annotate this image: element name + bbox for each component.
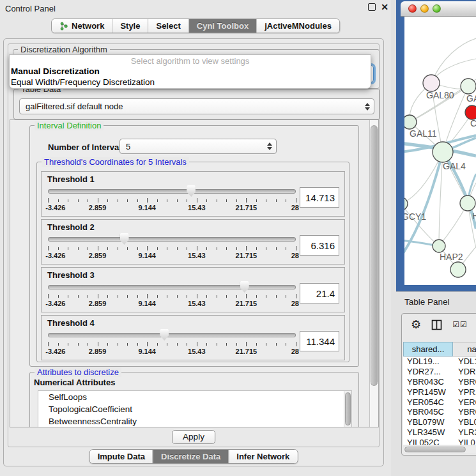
table-row[interactable]: YDR27...YDR2 xyxy=(403,367,476,377)
slider-thumb[interactable] xyxy=(120,233,129,245)
cell-shared-name[interactable]: YBR045C xyxy=(403,407,453,417)
tick-mark xyxy=(246,294,247,298)
tick-mark xyxy=(157,343,158,346)
slider-thumb[interactable] xyxy=(160,329,169,341)
apply-button[interactable]: Apply xyxy=(172,430,215,444)
cell-name[interactable]: YDL1 xyxy=(453,357,476,366)
numerical-attributes-list[interactable]: SelfLoopsTopologicalCoefficientBetweenne… xyxy=(38,390,352,427)
cell-shared-name[interactable]: YLR345W xyxy=(403,427,453,437)
cell-shared-name[interactable]: YDR27... xyxy=(403,367,453,376)
dropdown-option-equal-width[interactable]: Equal Width/Frequency Discretization xyxy=(10,77,371,88)
tab-select[interactable]: Select xyxy=(148,19,188,33)
table-row[interactable]: YBR043CYBR0 xyxy=(403,377,476,387)
cell-shared-name[interactable]: YBR043C xyxy=(403,377,453,387)
network-node[interactable] xyxy=(433,240,445,252)
column-header-name[interactable]: na xyxy=(453,342,476,357)
table-row[interactable]: YER054CYER0 xyxy=(403,397,476,407)
tick-mark xyxy=(187,343,187,346)
threshold-label: Threshold 2 xyxy=(47,222,339,233)
float-panel-icon[interactable] xyxy=(368,3,376,11)
cell-shared-name[interactable]: YIL052C xyxy=(403,438,453,445)
tab-discretize-data[interactable]: Discretize Data xyxy=(153,450,228,463)
tick-mark xyxy=(88,247,88,250)
dropdown-option-manual[interactable]: Manual Discretization xyxy=(10,66,371,77)
minimize-window-icon[interactable] xyxy=(420,4,429,13)
network-node[interactable] xyxy=(450,262,466,277)
tick-mark xyxy=(157,295,158,298)
threshold-value-field[interactable]: 6.316 xyxy=(300,235,339,256)
gear-icon[interactable]: ⚙ xyxy=(411,318,421,331)
threshold-value-field[interactable]: 14.713 xyxy=(300,187,339,208)
cell-shared-name[interactable]: YER054C xyxy=(403,397,453,407)
network-canvas[interactable]: GAL80GAGAL11CGAL4GCY1HHAP2 xyxy=(404,17,476,285)
slider-scale-labels: -3.4262.8599.14415.4321.71528 xyxy=(48,348,296,356)
columns-icon[interactable] xyxy=(431,319,442,330)
tick-mark xyxy=(296,294,296,298)
network-node[interactable] xyxy=(423,75,440,91)
close-icon[interactable]: ✕ xyxy=(381,3,388,12)
cell-name[interactable]: YER0 xyxy=(453,397,476,407)
slider-thumb[interactable] xyxy=(240,281,249,293)
slider-track[interactable] xyxy=(48,333,296,337)
column-header-shared-name[interactable]: shared... xyxy=(403,342,453,357)
tab-cyni-toolbox[interactable]: Cyni Toolbox xyxy=(188,19,256,33)
network-node[interactable] xyxy=(433,142,453,162)
table-data-combobox[interactable]: galFiltered.sif default node xyxy=(19,98,374,114)
cell-name[interactable]: YPR1 xyxy=(453,387,476,397)
cell-name[interactable]: YDR2 xyxy=(453,367,476,376)
slider-thumb[interactable] xyxy=(187,185,196,197)
threshold-slider[interactable]: -3.4262.8599.14415.4321.71528 xyxy=(47,328,297,359)
table-row[interactable]: YPR145WYPR1 xyxy=(403,387,476,397)
tick-mark xyxy=(187,247,187,250)
node-table[interactable]: shared... na YDL19...YDL1YDR27...YDR2YBR… xyxy=(403,342,476,445)
cell-name[interactable]: YBR0 xyxy=(453,407,476,417)
cell-shared-name[interactable]: YDL19... xyxy=(403,357,453,366)
table-horizontal-scrollbar[interactable] xyxy=(403,446,476,453)
tab-infer-network[interactable]: Infer Network xyxy=(228,450,297,463)
cell-name[interactable]: YIL0 xyxy=(453,438,475,445)
threshold-value-field[interactable]: 11.344 xyxy=(300,331,339,351)
table-row[interactable]: YBR045CYBR0 xyxy=(403,407,476,417)
tab-network[interactable]: Network xyxy=(52,19,112,33)
table-row[interactable]: YDL19...YDL1 xyxy=(403,357,476,367)
threshold-slider[interactable]: -3.4262.8599.14415.4321.71528 xyxy=(47,280,297,311)
table-row[interactable]: YBL079WYBL0 xyxy=(403,417,476,427)
number-of-intervals-combobox[interactable]: 5 xyxy=(119,139,277,154)
slider-track[interactable] xyxy=(48,189,296,194)
dropdown-placeholder-option[interactable]: Select algorithm to view settings xyxy=(10,55,371,66)
tab-impute-data[interactable]: Impute Data xyxy=(90,450,153,463)
attribute-list-item[interactable]: BetweennessCentrality xyxy=(38,415,351,427)
threshold-value-field[interactable]: 21.4 xyxy=(300,283,339,303)
network-node[interactable] xyxy=(465,105,476,119)
list-scrollbar[interactable] xyxy=(344,391,351,427)
attribute-list-item[interactable]: SelfLoops xyxy=(38,391,351,403)
network-node[interactable] xyxy=(461,79,476,94)
threshold-slider[interactable]: -3.4262.8599.14415.4321.71528 xyxy=(47,233,297,263)
slider-track[interactable] xyxy=(48,285,296,289)
cell-name[interactable]: YBL0 xyxy=(453,417,476,427)
network-node[interactable] xyxy=(460,196,475,211)
slider-track[interactable] xyxy=(48,237,296,242)
list-scrollbar-thumb[interactable] xyxy=(345,392,351,426)
cell-shared-name[interactable]: YBL079W xyxy=(403,417,453,427)
attribute-list-item[interactable]: TopologicalCoefficient xyxy=(38,403,351,415)
settings-scrollbar[interactable] xyxy=(369,120,378,427)
network-node[interactable] xyxy=(404,197,408,210)
cell-shared-name[interactable]: YPR145W xyxy=(403,387,453,397)
table-horizontal-scrollbar-thumb[interactable] xyxy=(404,447,466,452)
tab-jactivemnodules[interactable]: jActiveMNodules xyxy=(256,19,339,33)
checkbox-icons[interactable]: ☑☑ xyxy=(452,320,468,329)
tick-mark xyxy=(167,343,167,346)
cell-name[interactable]: YLR3 xyxy=(453,427,476,437)
cell-name[interactable]: YBR0 xyxy=(453,377,476,387)
close-window-icon[interactable] xyxy=(408,4,417,13)
network-node[interactable] xyxy=(404,115,417,129)
tick-mark xyxy=(48,198,49,203)
tab-style[interactable]: Style xyxy=(112,19,148,33)
zoom-window-icon[interactable] xyxy=(433,4,441,13)
settings-scrollbar-thumb[interactable] xyxy=(371,125,378,386)
scale-label: 2.859 xyxy=(89,204,107,211)
table-row[interactable]: YIL052CYIL0 xyxy=(403,437,476,445)
table-row[interactable]: YLR345WYLR3 xyxy=(403,427,476,438)
threshold-slider[interactable]: -3.4262.8599.14415.4321.71528 xyxy=(47,185,297,215)
